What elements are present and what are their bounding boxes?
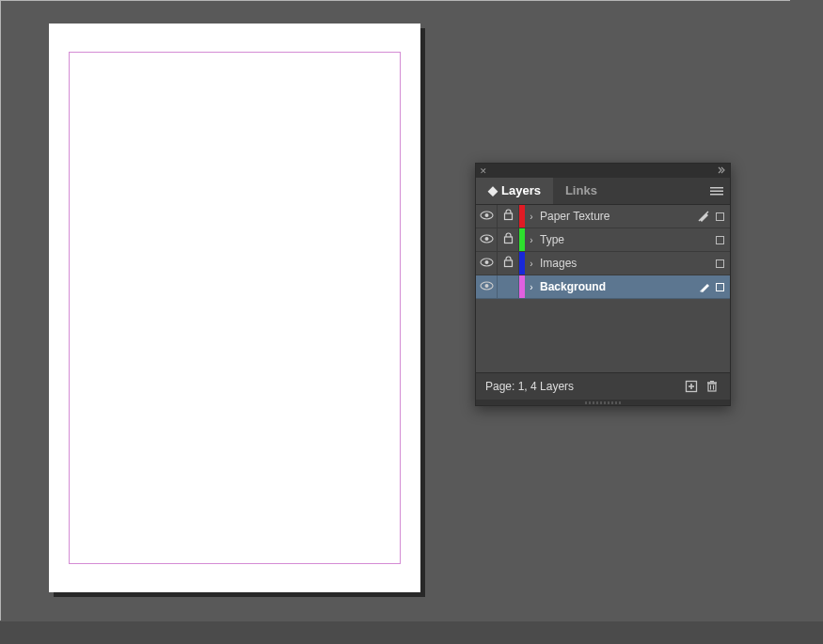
lock-toggle[interactable]: [498, 252, 519, 275]
svg-rect-21: [710, 385, 711, 390]
layer-name-label[interactable]: Images: [538, 257, 716, 270]
layer-name-label[interactable]: Paper Texture: [538, 210, 697, 223]
svg-point-4: [484, 213, 488, 217]
visibility-toggle[interactable]: [476, 275, 498, 298]
selection-indicator[interactable]: [716, 259, 724, 268]
svg-rect-22: [713, 385, 714, 390]
eye-icon: [480, 257, 494, 270]
lock-icon: [503, 232, 514, 247]
expand-arrow-icon[interactable]: ›: [525, 282, 538, 292]
expand-arrow-icon[interactable]: ›: [525, 212, 538, 222]
selection-indicator[interactable]: [716, 236, 724, 244]
close-icon[interactable]: ✕: [480, 166, 487, 176]
tab-layers[interactable]: ◆ Layers: [476, 178, 553, 204]
lock-icon: [503, 209, 514, 224]
collapse-panel-icon[interactable]: [717, 166, 726, 176]
panel-footer-text: Page: 1, 4 Layers: [485, 380, 574, 393]
visibility-toggle[interactable]: [476, 205, 498, 228]
visibility-toggle[interactable]: [476, 252, 498, 275]
layer-list: ›Paper Texture›Type›Images›Background: [476, 204, 730, 372]
layer-row[interactable]: ›Paper Texture: [476, 205, 730, 228]
expand-arrow-icon[interactable]: ›: [525, 259, 538, 269]
lock-toggle[interactable]: [498, 228, 519, 251]
layer-row-icons: [697, 210, 730, 223]
lock-toggle[interactable]: [498, 205, 519, 228]
layer-name-label[interactable]: Type: [538, 233, 716, 246]
layer-row[interactable]: ›Background: [476, 275, 730, 299]
tab-layers-label: Layers: [501, 178, 541, 204]
selection-indicator[interactable]: [716, 283, 724, 291]
svg-rect-19: [707, 382, 717, 384]
layer-row[interactable]: ›Images: [476, 252, 730, 275]
app-bottom-strip: [0, 621, 823, 644]
svg-rect-18: [708, 384, 716, 391]
eye-icon: [480, 280, 494, 293]
lock-icon: [503, 256, 514, 271]
document-artboard[interactable]: [49, 24, 420, 592]
svg-rect-20: [710, 381, 714, 382]
svg-rect-0: [710, 187, 723, 189]
panel-titlebar[interactable]: ✕: [476, 164, 730, 178]
app-frame-border-top: [0, 0, 790, 1]
svg-point-11: [484, 260, 488, 264]
panel-tabs: ◆ Layers Links: [476, 178, 730, 204]
margin-guides: [69, 52, 401, 564]
layer-row[interactable]: ›Type: [476, 228, 730, 252]
lock-toggle[interactable]: [498, 275, 519, 298]
layer-row-icons: [716, 236, 730, 244]
document-page[interactable]: [49, 24, 420, 592]
panel-menu-icon[interactable]: [704, 178, 730, 204]
layer-row-icons: [699, 281, 730, 292]
delete-layer-button[interactable]: [702, 376, 722, 397]
eye-icon: [480, 210, 494, 223]
expand-arrow-icon[interactable]: ›: [525, 235, 538, 245]
app-frame-border-left: [0, 0, 2, 620]
crossed-pencil-icon: [697, 210, 710, 223]
svg-rect-5: [504, 213, 512, 220]
visibility-toggle[interactable]: [476, 228, 498, 251]
panel-resize-gripper[interactable]: [476, 400, 730, 405]
svg-point-8: [484, 237, 488, 241]
svg-point-14: [484, 284, 488, 288]
layer-name-label[interactable]: Background: [538, 280, 699, 293]
tab-links[interactable]: Links: [553, 178, 609, 204]
svg-rect-2: [710, 194, 723, 196]
svg-rect-9: [504, 237, 512, 243]
layers-panel: ✕ ◆ Layers Links ›Paper Texture›Type›Ima…: [475, 163, 731, 406]
svg-rect-1: [710, 191, 723, 193]
svg-rect-17: [688, 385, 694, 387]
tab-links-label: Links: [565, 178, 597, 204]
svg-rect-12: [504, 260, 512, 267]
eye-icon: [480, 233, 494, 246]
pen-icon: [699, 281, 710, 292]
panel-footer: Page: 1, 4 Layers: [476, 372, 730, 400]
layer-row-icons: [716, 259, 730, 268]
new-layer-button[interactable]: [681, 376, 702, 397]
selection-indicator[interactable]: [716, 212, 724, 221]
